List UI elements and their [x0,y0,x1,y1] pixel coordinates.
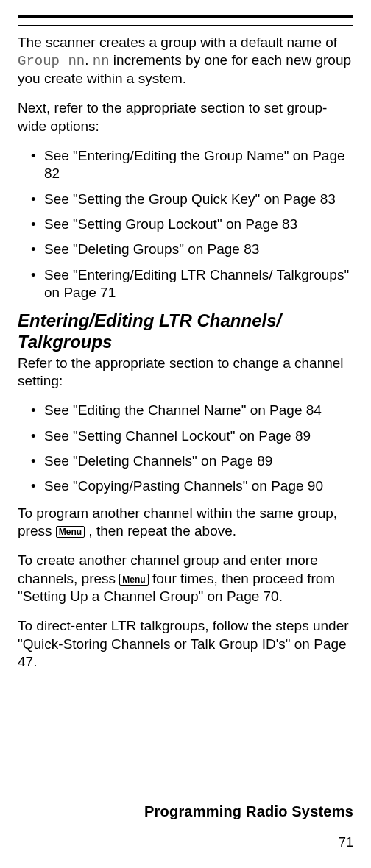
intro-text-1: The scanner creates a group with a defau… [18,35,337,50]
next-paragraph: Next, refer to the appropriate section t… [18,99,353,135]
intro-code-1: Group nn [18,53,85,69]
footer-title: Programming Radio Systems [144,803,353,820]
intro-paragraph: The scanner creates a group with a defau… [18,34,353,88]
page-number: 71 [144,835,353,850]
list-item: See "Deleting Groups" on Page 83 [31,241,353,258]
channel-options-list: See "Editing the Channel Name" on Page 8… [18,402,353,495]
program-paragraph: To program another channel within the sa… [18,505,353,541]
menu-key-icon: Menu [119,574,148,586]
list-item: See "Deleting Channels" on Page 89 [31,452,353,470]
group-options-list: See "Entering/Editing the Group Name" on… [18,147,353,302]
section-heading: Entering/Editing LTR Channels/ Talkgroup… [18,310,353,353]
page-footer: Programming Radio Systems 71 [144,803,353,850]
list-item: See "Entering/Editing LTR Channels/ Talk… [31,266,353,302]
create-paragraph: To create another channel group and ente… [18,552,353,605]
rule-thick [18,15,353,18]
list-item: See "Copying/Pasting Channels" on Page 9… [31,477,353,495]
program-text-2: , then repeat the above. [85,523,236,538]
direct-paragraph: To direct-enter LTR talkgroups, follow t… [18,617,353,671]
rule-thin [18,25,353,26]
list-item: See "Entering/Editing the Group Name" on… [31,147,353,183]
list-item: See "Editing the Channel Name" on Page 8… [31,402,353,419]
intro-code-2: nn [93,53,110,69]
list-item: See "Setting Group Lockout" on Page 83 [31,216,353,233]
header-rules [18,15,353,26]
list-item: See "Setting the Group Quick Key" on Pag… [31,191,353,208]
list-item: See "Setting Channel Lockout" on Page 89 [31,427,353,445]
menu-key-icon: Menu [56,526,85,538]
intro-text-2: . [85,52,93,68]
refer-paragraph: Refer to the appropriate section to chan… [18,355,353,391]
